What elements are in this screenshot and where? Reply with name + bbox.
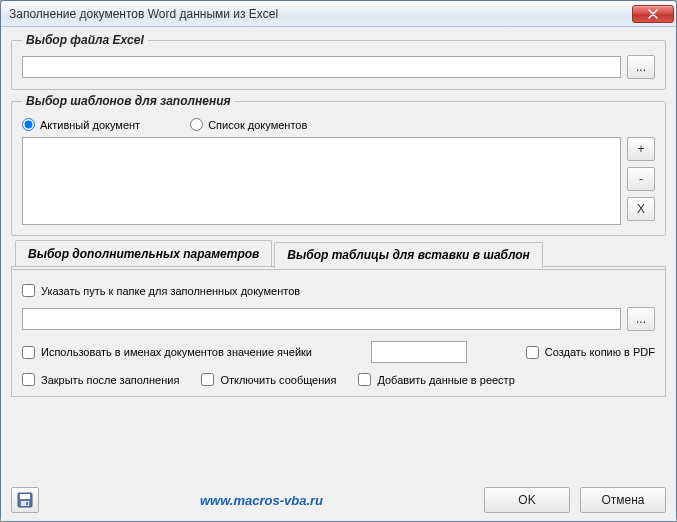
mute-checkbox[interactable] <box>201 373 214 386</box>
close-after-label: Закрыть после заполнения <box>41 374 179 386</box>
tab-table-insert[interactable]: Выбор таблицы для вставки в шаблон <box>274 242 542 268</box>
svg-rect-1 <box>20 494 30 499</box>
radio-document-list[interactable]: Список документов <box>190 118 307 131</box>
close-after-checkbox[interactable] <box>22 373 35 386</box>
save-button[interactable] <box>11 487 39 513</box>
tab-content-params: Указать путь к папке для заполненных док… <box>12 269 665 396</box>
titlebar: Заполнение документов Word данными из Ex… <box>1 1 676 27</box>
output-path-input[interactable] <box>22 308 621 330</box>
params-tabgroup: Выбор дополнительных параметров Выбор та… <box>11 240 666 397</box>
cell-value-input[interactable] <box>371 341 467 363</box>
main-window: Заполнение документов Word данными из Ex… <box>0 0 677 522</box>
content-area: Выбор файла Excel ... Выбор шаблонов для… <box>1 27 676 481</box>
template-remove-button[interactable]: - <box>627 167 655 191</box>
tab-additional-params[interactable]: Выбор дополнительных параметров <box>15 240 272 266</box>
use-cell-label: Использовать в именах документов значени… <box>41 346 312 358</box>
radio-active-label: Активный документ <box>40 119 140 131</box>
window-title: Заполнение документов Word данными из Ex… <box>9 7 632 21</box>
use-cell-checkbox[interactable] <box>22 346 35 359</box>
radio-active-document[interactable]: Активный документ <box>22 118 140 131</box>
mute-label: Отключить сообщения <box>220 374 336 386</box>
svg-rect-3 <box>26 502 28 505</box>
excel-file-group: Выбор файла Excel ... <box>11 33 666 90</box>
output-path-label: Указать путь к папке для заполненных док… <box>41 285 300 297</box>
excel-path-input[interactable] <box>22 56 621 78</box>
floppy-icon <box>17 492 33 508</box>
templates-listbox[interactable] <box>22 137 621 225</box>
excel-browse-button[interactable]: ... <box>627 55 655 79</box>
cancel-button[interactable]: Отмена <box>580 487 666 513</box>
close-button[interactable] <box>632 5 674 23</box>
output-path-row: Указать путь к папке для заполненных док… <box>22 284 655 297</box>
registry-checkbox[interactable] <box>358 373 371 386</box>
close-icon <box>648 9 658 19</box>
footer: www.macros-vba.ru OK Отмена <box>1 481 676 521</box>
output-browse-button[interactable]: ... <box>627 307 655 331</box>
registry-label: Добавить данные в реестр <box>377 374 514 386</box>
output-path-checkbox[interactable] <box>22 284 35 297</box>
radio-list-label: Список документов <box>208 119 307 131</box>
radio-active-input[interactable] <box>22 118 35 131</box>
template-add-button[interactable]: + <box>627 137 655 161</box>
ok-button[interactable]: OK <box>484 487 570 513</box>
templates-legend: Выбор шаблонов для заполнения <box>22 94 235 108</box>
template-clear-button[interactable]: X <box>627 197 655 221</box>
footer-url: www.macros-vba.ru <box>49 493 474 508</box>
pdf-checkbox[interactable] <box>526 346 539 359</box>
templates-group: Выбор шаблонов для заполнения Активный д… <box>11 94 666 236</box>
radio-list-input[interactable] <box>190 118 203 131</box>
excel-legend: Выбор файла Excel <box>22 33 148 47</box>
pdf-label: Создать копию в PDF <box>545 346 655 358</box>
tabstrip: Выбор дополнительных параметров Выбор та… <box>15 239 666 265</box>
